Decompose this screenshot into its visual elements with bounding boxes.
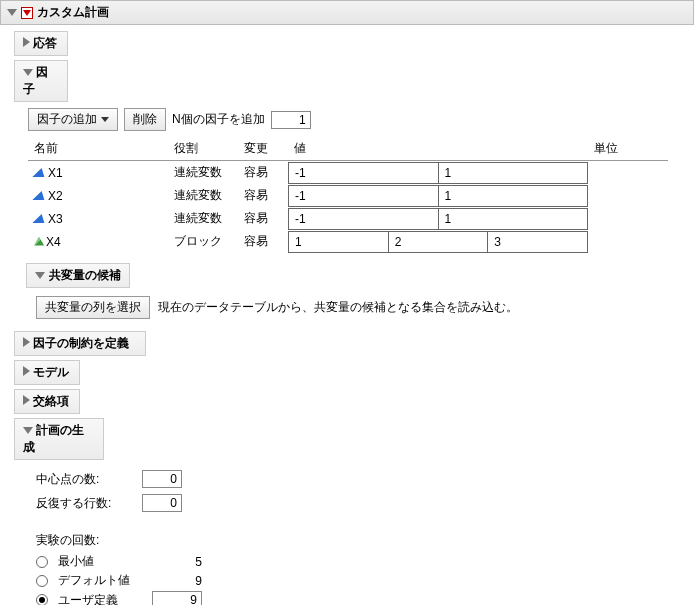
continuous-factor-icon xyxy=(32,214,47,223)
runs-default-label: デフォルト値 xyxy=(58,572,148,589)
runs-block: 実験の回数: 最小値 5 デフォルト値 9 ユーザ定義 xyxy=(0,512,694,605)
value-cell[interactable]: 1 xyxy=(438,185,588,206)
table-row[interactable]: X1 連続変数 容易 -1 1 xyxy=(28,161,668,185)
units-cell[interactable] xyxy=(588,230,668,253)
disclosure-right-icon xyxy=(23,337,30,347)
col-units: 単位 xyxy=(588,137,668,161)
add-n-label: N個の因子を追加 xyxy=(172,111,265,128)
col-role: 役割 xyxy=(168,137,238,161)
runs-default-value: 9 xyxy=(152,574,202,588)
replicate-rows-input[interactable] xyxy=(142,494,182,512)
value-cell[interactable]: 1 xyxy=(438,208,588,229)
value-cell[interactable]: -1 xyxy=(289,162,439,183)
covariate-body: 共変量の列を選択 現在のデータテーブルから、共変量の候補となる集合を読み込む。 xyxy=(0,288,694,327)
generate-options: 中心点の数: 反復する行数: xyxy=(0,470,694,512)
runs-min-value: 5 xyxy=(152,555,202,569)
value-cell[interactable]: -1 xyxy=(289,208,439,229)
value-cell[interactable]: -1 xyxy=(289,185,439,206)
section-factors-header[interactable]: 因子 xyxy=(14,60,68,102)
value-cell[interactable]: 1 xyxy=(289,231,389,252)
disclosure-down-icon xyxy=(23,69,33,76)
radio-icon[interactable] xyxy=(36,556,48,568)
disclosure-down-icon xyxy=(35,272,45,279)
units-cell[interactable] xyxy=(588,207,668,230)
value-cell[interactable]: 3 xyxy=(488,231,588,252)
factors-table: 名前 役割 変更 値 単位 X1 連続変数 容易 -1 1 X2 連続変数 容易 xyxy=(28,137,668,253)
runs-min-label: 最小値 xyxy=(58,553,148,570)
replicate-rows-label: 反復する行数: xyxy=(36,495,136,512)
runs-default-row[interactable]: デフォルト値 9 xyxy=(36,572,694,589)
main-title-bar: カスタム計画 xyxy=(0,0,694,25)
disclosure-right-icon xyxy=(23,395,30,405)
units-cell[interactable] xyxy=(588,161,668,185)
runs-min-row[interactable]: 最小値 5 xyxy=(36,553,694,570)
disclosure-right-icon xyxy=(23,37,30,47)
runs-user-label: ユーザ定義 xyxy=(58,592,148,606)
section-alias-title: 交絡項 xyxy=(33,394,69,408)
col-changes: 変更 xyxy=(238,137,288,161)
runs-user-input[interactable] xyxy=(152,591,202,605)
red-menu-icon[interactable] xyxy=(21,7,33,19)
units-cell[interactable] xyxy=(588,184,668,207)
section-model-title: モデル xyxy=(33,365,69,379)
section-covariate-header[interactable]: 共変量の候補 xyxy=(26,263,130,288)
chevron-down-icon xyxy=(101,117,109,122)
factors-toolbar: 因子の追加 削除 N個の因子を追加 xyxy=(0,102,694,137)
section-covariate-title: 共変量の候補 xyxy=(49,267,121,284)
center-points-label: 中心点の数: xyxy=(36,471,136,488)
center-points-input[interactable] xyxy=(142,470,182,488)
continuous-factor-icon xyxy=(32,168,47,177)
delete-factor-button[interactable]: 削除 xyxy=(124,108,166,131)
col-name: 名前 xyxy=(28,137,168,161)
runs-label: 実験の回数: xyxy=(36,532,694,549)
section-responses-header[interactable]: 応答 xyxy=(14,31,68,56)
add-n-input[interactable] xyxy=(271,111,311,129)
value-cell[interactable]: 1 xyxy=(438,162,588,183)
disclosure-right-icon xyxy=(23,366,30,376)
table-header-row: 名前 役割 変更 値 単位 xyxy=(28,137,668,161)
col-values: 値 xyxy=(288,137,588,161)
covariate-description: 現在のデータテーブルから、共変量の候補となる集合を読み込む。 xyxy=(158,299,518,316)
radio-icon[interactable] xyxy=(36,575,48,587)
section-constraints-title: 因子の制約を定義 xyxy=(33,336,129,350)
section-responses-title: 応答 xyxy=(33,36,57,50)
add-factor-label: 因子の追加 xyxy=(37,111,97,128)
section-alias-header[interactable]: 交絡項 xyxy=(14,389,80,414)
section-generate-header[interactable]: 計画の生成 xyxy=(14,418,104,460)
value-cell[interactable]: 2 xyxy=(388,231,488,252)
radio-selected-icon[interactable] xyxy=(36,594,48,605)
select-covariate-columns-button[interactable]: 共変量の列を選択 xyxy=(36,296,150,319)
runs-user-row[interactable]: ユーザ定義 xyxy=(36,591,694,605)
section-generate-title: 計画の生成 xyxy=(23,423,84,454)
main-title: カスタム計画 xyxy=(37,4,109,21)
table-row[interactable]: X3 連続変数 容易 -1 1 xyxy=(28,207,668,230)
block-factor-icon xyxy=(34,237,44,246)
continuous-factor-icon xyxy=(32,191,47,200)
add-factor-button[interactable]: 因子の追加 xyxy=(28,108,118,131)
table-row[interactable]: X4 ブロック 容易 1 2 3 xyxy=(28,230,668,253)
section-constraints-header[interactable]: 因子の制約を定義 xyxy=(14,331,146,356)
table-row[interactable]: X2 連続変数 容易 -1 1 xyxy=(28,184,668,207)
disclosure-down-icon[interactable] xyxy=(7,9,17,16)
section-model-header[interactable]: モデル xyxy=(14,360,80,385)
disclosure-down-icon xyxy=(23,427,33,434)
